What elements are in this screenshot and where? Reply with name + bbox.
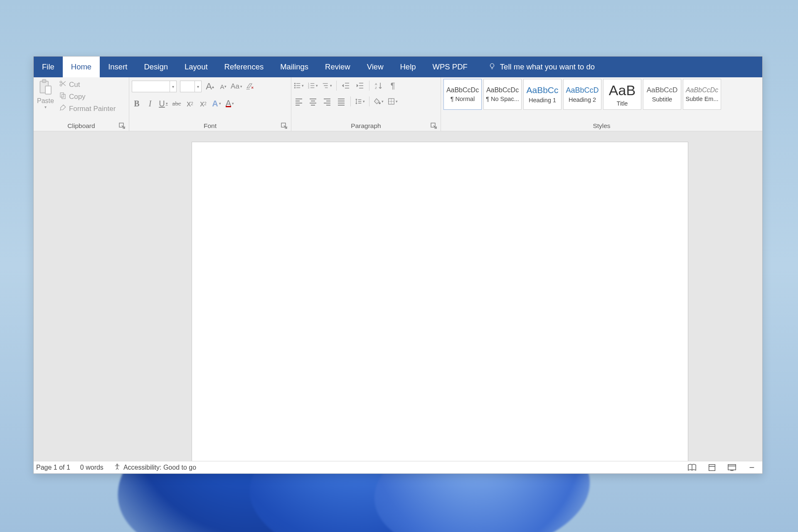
- show-paragraph-marks-button[interactable]: ¶: [388, 81, 398, 91]
- tab-home[interactable]: Home: [63, 57, 100, 77]
- tab-layout[interactable]: Layout: [176, 57, 216, 77]
- italic-button[interactable]: I: [145, 98, 155, 109]
- group-font: ▾ ▾ A▴ A▾ Aa▾ B: [129, 77, 291, 131]
- paste-button[interactable]: Paste ▾: [36, 78, 57, 109]
- group-clipboard: Paste ▾ Cut Copy: [34, 77, 129, 131]
- tab-review[interactable]: Review: [317, 57, 359, 77]
- word-window: File Home Insert Design Layout Reference…: [33, 56, 763, 474]
- style-name: ¶ No Spac...: [486, 96, 519, 102]
- zoom-out-button[interactable]: −: [746, 463, 757, 472]
- font-size-combo[interactable]: ▾: [180, 81, 202, 92]
- styles-gallery[interactable]: AaBbCcDc¶ NormalAaBbCcDc¶ No Spac...AaBb…: [443, 78, 721, 110]
- line-spacing-button[interactable]: ▾: [355, 96, 365, 106]
- style-card[interactable]: AaBTitle: [603, 79, 641, 110]
- status-page[interactable]: Page 1 of 1: [36, 464, 70, 471]
- style-card[interactable]: AaBbCcDHeading 2: [563, 79, 601, 110]
- tell-me-search[interactable]: Tell me what you want to do: [480, 57, 603, 77]
- svg-point-5: [60, 81, 62, 83]
- dialog-launcher-icon[interactable]: [119, 123, 126, 129]
- copy-icon: [59, 92, 66, 101]
- style-preview: AaBbCcDc: [446, 86, 479, 94]
- borders-button[interactable]: ▾: [388, 96, 398, 106]
- tab-file[interactable]: File: [34, 57, 63, 77]
- format-painter-label: Format Painter: [69, 105, 116, 113]
- svg-point-21: [116, 464, 118, 465]
- svg-point-11: [295, 85, 296, 86]
- tab-wpspdf[interactable]: WPS PDF: [424, 57, 476, 77]
- svg-point-0: [490, 64, 494, 67]
- style-name: Heading 1: [529, 97, 556, 103]
- clear-formatting-button[interactable]: [245, 81, 255, 92]
- style-preview: AaBbCcD: [647, 86, 678, 94]
- svg-point-10: [295, 83, 296, 84]
- style-name: Subtitle: [652, 96, 672, 103]
- style-preview: AaBbCc: [526, 85, 558, 95]
- status-accessibility[interactable]: Accessibility: Good to go: [113, 463, 196, 472]
- paintbrush-icon: [59, 104, 66, 113]
- svg-point-18: [379, 103, 380, 104]
- separator: [369, 81, 369, 91]
- align-right-button[interactable]: [322, 96, 332, 106]
- increase-indent-button[interactable]: [355, 81, 365, 91]
- strikethrough-button[interactable]: abc: [172, 98, 182, 109]
- print-layout-button[interactable]: [707, 463, 717, 472]
- style-card[interactable]: AaBbCcDc¶ No Spac...: [483, 79, 522, 110]
- style-card[interactable]: AaBbCcDc¶ Normal: [443, 79, 482, 110]
- style-card[interactable]: AaBbCcHeading 1: [523, 79, 562, 110]
- scissors-icon: [59, 80, 66, 89]
- grow-font-button[interactable]: A▴: [205, 81, 215, 92]
- align-center-button[interactable]: [308, 96, 318, 106]
- document-page[interactable]: [192, 142, 688, 461]
- style-preview: AaB: [609, 82, 635, 99]
- shading-button[interactable]: ▾: [374, 96, 384, 106]
- dialog-launcher-icon[interactable]: [281, 123, 288, 129]
- status-word-count[interactable]: 0 words: [80, 464, 103, 471]
- tab-references[interactable]: References: [216, 57, 272, 77]
- numbering-button[interactable]: 123▾: [308, 81, 318, 91]
- tab-help[interactable]: Help: [392, 57, 424, 77]
- align-left-button[interactable]: [294, 96, 304, 106]
- lightbulb-icon: [488, 62, 496, 72]
- subscript-button[interactable]: x2: [185, 98, 195, 109]
- cut-button[interactable]: Cut: [59, 80, 116, 89]
- read-mode-button[interactable]: [687, 463, 697, 472]
- font-color-button[interactable]: A▾: [225, 98, 235, 109]
- superscript-button[interactable]: x2: [198, 98, 208, 109]
- underline-button[interactable]: U▾: [158, 98, 168, 109]
- style-name: Title: [617, 100, 628, 107]
- copy-label: Copy: [69, 93, 86, 101]
- multilevel-list-button[interactable]: ▾: [322, 81, 332, 91]
- format-painter-button[interactable]: Format Painter: [59, 104, 116, 113]
- group-paragraph: ▾ 123▾ ▾ AZ ¶: [291, 77, 441, 131]
- bullets-button[interactable]: ▾: [294, 81, 304, 91]
- group-styles: AaBbCcDc¶ NormalAaBbCcDc¶ No Spac...AaBb…: [441, 77, 762, 131]
- cut-label: Cut: [69, 81, 80, 89]
- decrease-indent-button[interactable]: [341, 81, 351, 91]
- shrink-font-button[interactable]: A▾: [218, 81, 228, 92]
- style-card[interactable]: AaBbCcDSubtitle: [643, 79, 681, 110]
- document-area[interactable]: [34, 131, 762, 461]
- font-name-combo[interactable]: ▾: [132, 81, 177, 92]
- svg-point-12: [295, 87, 296, 88]
- tab-mailings[interactable]: Mailings: [272, 57, 317, 77]
- tab-insert[interactable]: Insert: [100, 57, 135, 77]
- tab-design[interactable]: Design: [135, 57, 176, 77]
- chevron-down-icon: ▾: [195, 81, 201, 92]
- bold-button[interactable]: B: [132, 98, 142, 109]
- svg-rect-23: [728, 464, 736, 470]
- justify-button[interactable]: [336, 96, 346, 106]
- tab-view[interactable]: View: [359, 57, 392, 77]
- svg-rect-2: [42, 79, 46, 82]
- text-effects-button[interactable]: A▾: [212, 98, 222, 109]
- style-name: ¶ Normal: [451, 96, 475, 102]
- style-preview: AaBbCcDc: [686, 86, 718, 94]
- accessibility-icon: [113, 463, 121, 472]
- change-case-button[interactable]: Aa▾: [232, 81, 241, 92]
- dialog-launcher-icon[interactable]: [431, 123, 437, 129]
- style-card[interactable]: AaBbCcDcSubtle Em...: [683, 79, 721, 110]
- chevron-down-icon: ▾: [170, 81, 176, 92]
- sort-button[interactable]: AZ: [374, 81, 384, 91]
- ribbon: Paste ▾ Cut Copy: [34, 77, 762, 131]
- copy-button[interactable]: Copy: [59, 92, 116, 101]
- web-layout-button[interactable]: [727, 463, 737, 472]
